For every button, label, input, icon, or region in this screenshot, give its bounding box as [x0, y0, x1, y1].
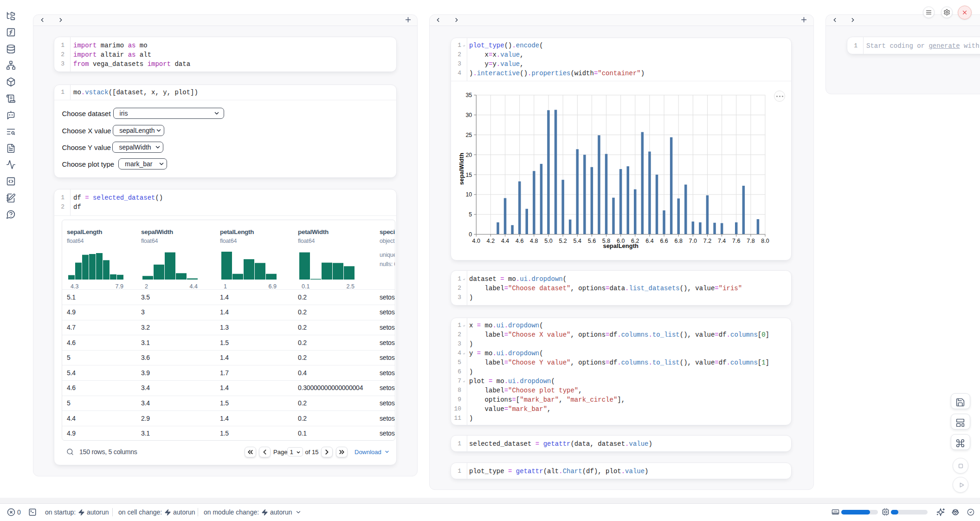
svg-text:10: 10 [465, 191, 472, 198]
svg-text:0: 0 [469, 231, 472, 238]
svg-text:6.6: 6.6 [660, 238, 668, 244]
svg-text:5.0: 5.0 [544, 238, 552, 244]
svg-text:4.4: 4.4 [501, 238, 509, 244]
svg-text:7.8: 7.8 [747, 238, 754, 244]
svg-text:4.6: 4.6 [516, 238, 523, 244]
svg-text:5.4: 5.4 [574, 238, 581, 244]
svg-text:5.2: 5.2 [559, 238, 567, 244]
svg-text:5: 5 [469, 211, 472, 218]
svg-text:7.4: 7.4 [718, 238, 726, 244]
svg-text:sepalWidth: sepalWidth [458, 153, 465, 185]
svg-text:8.0: 8.0 [761, 238, 769, 244]
svg-text:sepalLength: sepalLength [603, 242, 638, 249]
svg-text:15: 15 [465, 172, 472, 178]
svg-text:6.4: 6.4 [645, 238, 653, 244]
svg-text:35: 35 [465, 92, 472, 98]
svg-text:4.0: 4.0 [472, 238, 480, 244]
svg-text:25: 25 [465, 132, 472, 138]
svg-text:5.6: 5.6 [588, 238, 596, 244]
svg-text:4.8: 4.8 [530, 238, 538, 244]
svg-text:20: 20 [465, 152, 472, 158]
svg-text:7.6: 7.6 [732, 238, 740, 244]
svg-text:7.2: 7.2 [703, 238, 711, 244]
svg-text:30: 30 [465, 112, 472, 118]
svg-text:6.8: 6.8 [675, 238, 683, 244]
svg-text:4.2: 4.2 [487, 238, 495, 244]
svg-text:7.0: 7.0 [689, 238, 697, 244]
